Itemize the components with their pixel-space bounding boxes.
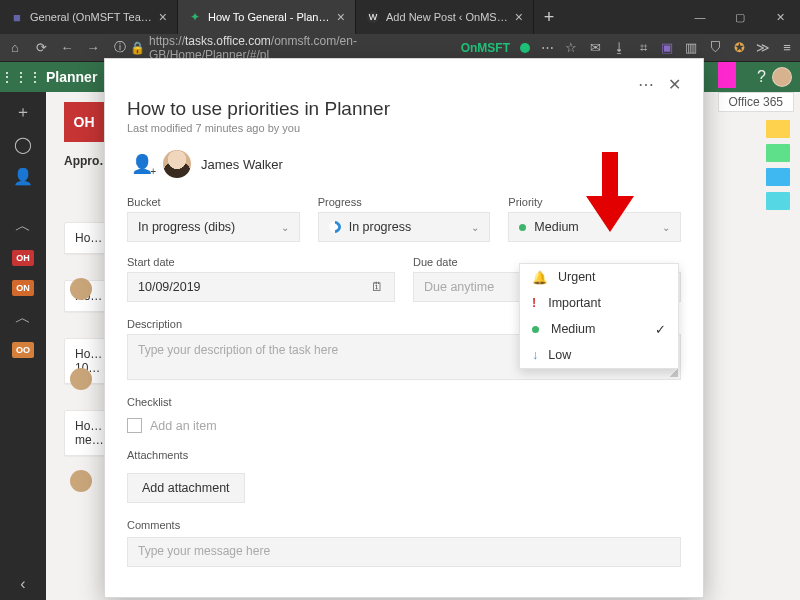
assignee-avatar-icon (70, 470, 92, 492)
close-window-button[interactable]: ✕ (760, 0, 800, 34)
user-avatar[interactable] (772, 67, 792, 87)
tab-label: How To General - Planner (208, 11, 331, 23)
svg-marker-1 (586, 196, 634, 232)
description-placeholder: Type your description of the task here (138, 343, 338, 357)
home-icon[interactable]: ⌂ (6, 40, 24, 55)
priority-option-label: Medium (551, 322, 595, 336)
plan-badge[interactable]: OH (12, 250, 34, 266)
more-options-icon[interactable]: ⋯ (638, 75, 654, 94)
bucket-select[interactable]: In progress (dibs) ⌄ (127, 212, 300, 242)
priority-dropdown-menu: 🔔 Urgent ! Important Medium ✓ ↓ Low (519, 263, 679, 369)
download-icon[interactable]: ⭳ (612, 40, 626, 55)
chevron-down-icon: ⌄ (471, 222, 479, 233)
priority-option-urgent[interactable]: 🔔 Urgent (520, 264, 678, 290)
low-icon: ↓ (532, 348, 538, 362)
label-chip[interactable] (766, 144, 790, 162)
app-name: Planner (42, 69, 97, 85)
priority-option-medium[interactable]: Medium ✓ (520, 316, 678, 342)
window-controls: — ▢ ✕ (680, 0, 800, 34)
task-title[interactable]: How to use priorities in Planner (127, 98, 681, 120)
devtools-icon[interactable]: ⌗ (636, 40, 650, 56)
comments-label: Comments (127, 519, 681, 531)
chevron-up-icon[interactable]: ︿ (13, 308, 33, 328)
url-domain: tasks.office.com (185, 34, 271, 48)
hub-icon[interactable]: ◯ (13, 134, 33, 154)
start-date-value: 10/09/2019 (138, 280, 201, 294)
plan-initials-icon: OH (64, 102, 104, 142)
checkbox-icon[interactable] (127, 418, 142, 433)
bucket-value: In progress (dibs) (138, 220, 235, 234)
medium-icon (532, 326, 539, 333)
assignee-name: James Walker (201, 157, 283, 172)
reload-icon[interactable]: ⟳ (32, 40, 50, 55)
accessibility-icon[interactable]: ✪ (732, 40, 746, 55)
chevron-left-icon[interactable]: ‹ (13, 574, 33, 594)
add-assignee-icon[interactable]: 👤 (131, 153, 153, 175)
calendar-icon[interactable]: 🗓 (371, 280, 384, 294)
assignee-avatar-icon (70, 368, 92, 390)
person-icon[interactable]: 👤 (13, 166, 33, 186)
checklist-add-item[interactable]: Add an item (127, 418, 681, 433)
start-date-label: Start date (127, 256, 395, 268)
checkmark-icon: ✓ (655, 322, 666, 337)
close-icon[interactable]: × (337, 10, 345, 24)
plan-badge[interactable]: OO (12, 342, 34, 358)
browser-tab[interactable]: General (OnMSFT Team) | Micr… × (0, 0, 178, 34)
office365-label[interactable]: Office 365 (718, 92, 794, 112)
label-chip[interactable] (766, 192, 790, 210)
extension-onmsft[interactable]: OnMSFT (461, 41, 510, 55)
progress-select[interactable]: In progress ⌄ (318, 212, 491, 242)
new-plan-icon[interactable]: ＋ (13, 102, 33, 122)
wordpress-icon (366, 10, 380, 24)
close-icon[interactable]: × (515, 10, 523, 24)
planner-icon (188, 10, 202, 24)
maximize-button[interactable]: ▢ (720, 0, 760, 34)
plan-badge[interactable]: ON (12, 280, 34, 296)
browser-tab[interactable]: Add New Post ‹ OnMSFT.com — × (356, 0, 534, 34)
shield-icon[interactable]: ⛉ (708, 40, 722, 55)
overflow-icon[interactable]: ≫ (756, 40, 770, 55)
browser-tab[interactable]: How To General - Planner × (178, 0, 356, 34)
checklist-label: Checklist (127, 396, 681, 408)
close-icon[interactable]: × (159, 10, 167, 24)
progress-value: In progress (349, 220, 412, 234)
task-detail-dialog: ⋯ ✕ How to use priorities in Planner Las… (104, 58, 704, 598)
forward-icon[interactable]: → (84, 40, 102, 55)
svg-rect-0 (602, 152, 618, 198)
minimize-button[interactable]: — (680, 0, 720, 34)
bookmark-icon[interactable]: ☆ (564, 40, 578, 55)
add-attachment-button[interactable]: Add attachment (127, 473, 245, 503)
app-launcher-icon[interactable]: ⋮⋮⋮ (0, 69, 42, 85)
left-navigation-rail: ＋ ◯ 👤 ︿ OH ON ︿ OO ‹ (0, 92, 46, 600)
notification-flag-icon[interactable] (718, 62, 736, 88)
chevron-up-icon[interactable]: ︿ (13, 216, 33, 236)
browser-titlebar: General (OnMSFT Team) | Micr… × How To G… (0, 0, 800, 34)
library-icon[interactable]: ▥ (684, 40, 698, 55)
url-prefix: https:// (149, 34, 185, 48)
new-tab-button[interactable]: + (534, 0, 564, 34)
priority-option-label: Low (548, 348, 571, 362)
start-date-input[interactable]: 10/09/2019 🗓 (127, 272, 395, 302)
chevron-down-icon: ⌄ (662, 222, 670, 233)
teams-icon (10, 10, 24, 24)
close-dialog-icon[interactable]: ✕ (668, 75, 681, 94)
onenote-icon[interactable]: ▣ (660, 40, 674, 55)
label-chip[interactable] (766, 120, 790, 138)
comment-input[interactable]: Type your message here (127, 537, 681, 567)
more-icon[interactable]: ⋯ (540, 40, 554, 55)
important-icon: ! (532, 296, 536, 310)
menu-icon[interactable]: ≡ (780, 40, 794, 55)
tab-label: General (OnMSFT Team) | Micr… (30, 11, 153, 23)
help-icon[interactable]: ? (757, 68, 766, 86)
comment-placeholder: Type your message here (138, 544, 270, 558)
label-chip[interactable] (766, 168, 790, 186)
priority-option-important[interactable]: ! Important (520, 290, 678, 316)
mail-icon[interactable]: ✉ (588, 40, 602, 55)
bucket-label: Bucket (127, 196, 300, 208)
back-icon[interactable]: ← (58, 40, 76, 55)
priority-option-label: Important (548, 296, 601, 310)
assignee-avatar-icon (163, 150, 191, 178)
priority-option-low[interactable]: ↓ Low (520, 342, 678, 368)
label-color-strip: Bucket ⌄ (720, 96, 790, 210)
last-modified-text: Last modified 7 minutes ago by you (127, 122, 681, 134)
